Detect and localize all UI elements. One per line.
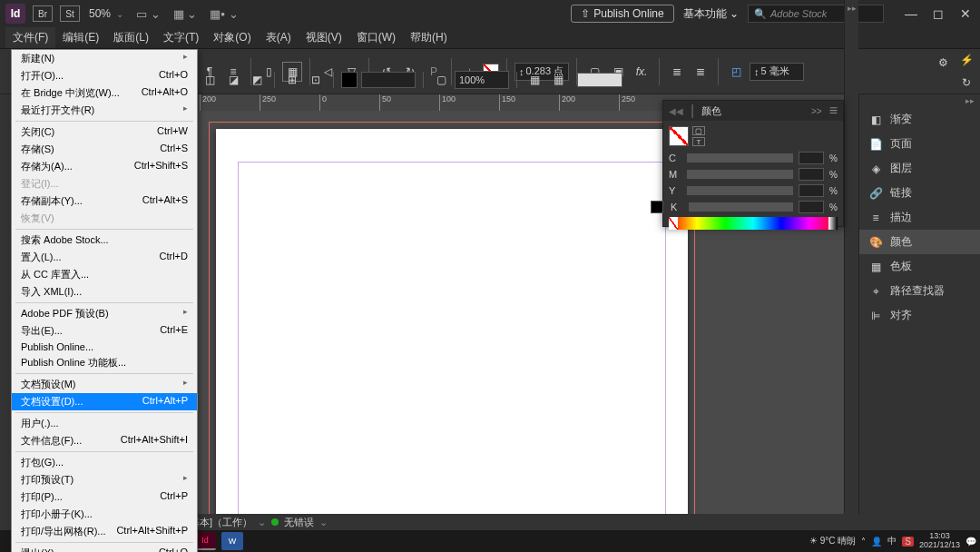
- output-swatch[interactable]: [577, 73, 622, 87]
- tray-app-icon[interactable]: S: [902, 537, 914, 547]
- menu-5[interactable]: 表(A): [259, 27, 299, 48]
- color-channel-m[interactable]: M%: [669, 168, 838, 181]
- panel-collapse-icon[interactable]: ◀◀: [669, 106, 683, 116]
- maximize-button[interactable]: ◻: [929, 5, 947, 23]
- panel-渐变[interactable]: ◧渐变: [859, 107, 980, 132]
- color-panel[interactable]: ◀◀ | 颜色 >> ≡ ▢ T C%M%Y%K%: [662, 100, 844, 227]
- file-menu-item[interactable]: Publish Online...: [12, 340, 197, 354]
- close-button[interactable]: ✕: [956, 5, 975, 23]
- file-menu-item[interactable]: Adobe PDF 预设(B)▸: [12, 305, 197, 322]
- menu-1[interactable]: 编辑(E): [55, 27, 106, 48]
- file-menu-item[interactable]: 新建(N)▸: [12, 50, 197, 67]
- panel-链接[interactable]: 🔗链接: [859, 181, 980, 205]
- view-icon[interactable]: ▭ ⌄: [136, 7, 161, 21]
- file-menu-item[interactable]: 打印小册子(K)...: [12, 506, 197, 523]
- page[interactable]: [216, 129, 688, 516]
- panel-对齐[interactable]: ⊫对齐: [859, 303, 980, 328]
- file-menu-item[interactable]: 打印预设(T)▸: [12, 471, 197, 488]
- tray-ime-icon[interactable]: 中: [887, 535, 897, 547]
- panel-描边[interactable]: ≡描边: [859, 205, 980, 230]
- file-menu-item[interactable]: 打开(O)...Ctrl+O: [12, 67, 197, 84]
- panel-路径查找器[interactable]: ⌖路径查找器: [859, 279, 980, 303]
- file-menu-item[interactable]: 打印(P)...Ctrl+P: [12, 488, 197, 506]
- file-menu-item[interactable]: 导入 XML(I)...: [12, 283, 197, 301]
- panel-图层[interactable]: ◈图层: [859, 156, 980, 181]
- text-icon[interactable]: T: [692, 137, 705, 146]
- stock-icon[interactable]: St: [60, 5, 80, 22]
- preflight-status-icon[interactable]: [271, 518, 279, 526]
- gradient-swatch[interactable]: [361, 72, 416, 88]
- grid1-icon[interactable]: ▦: [524, 70, 544, 90]
- adobe-stock-search[interactable]: 🔍Adobe Stock: [748, 5, 884, 23]
- color-spectrum[interactable]: [669, 217, 838, 230]
- color-swatch-black[interactable]: [341, 72, 358, 88]
- sync-icon[interactable]: ↻: [956, 73, 976, 93]
- corner-radius-field[interactable]: ↕5 毫米: [750, 63, 804, 81]
- system-clock[interactable]: 13:032021/12/13: [919, 532, 960, 550]
- color-channel-k[interactable]: K%: [669, 201, 838, 213]
- panel-collapse-strip[interactable]: ▸▸: [844, 0, 858, 516]
- grid2-icon[interactable]: ▦: [548, 70, 568, 90]
- text-align2-icon[interactable]: ≣: [691, 62, 710, 82]
- panel-色板[interactable]: ▦色板: [859, 254, 980, 279]
- file-menu-item[interactable]: 存储为(A)...Ctrl+Shift+S: [12, 158, 197, 175]
- screen-icon[interactable]: ▦▪ ⌄: [210, 7, 238, 21]
- panel-menu-icon[interactable]: ≡: [829, 103, 838, 119]
- container-icon[interactable]: ▢: [692, 126, 705, 135]
- menu-6[interactable]: 视图(V): [299, 27, 349, 48]
- pathop3-icon[interactable]: ◩: [247, 70, 267, 90]
- file-menu-item[interactable]: 最近打开文件(R)▸: [12, 102, 197, 119]
- zoom-level[interactable]: 50%: [89, 7, 111, 20]
- menu-4[interactable]: 对象(O): [206, 27, 258, 48]
- weather-widget[interactable]: ☀ 9°C 晴朗: [809, 535, 856, 547]
- color-tab[interactable]: 颜色: [701, 104, 721, 118]
- file-menu-item[interactable]: Publish Online 功能板...: [12, 354, 197, 371]
- file-menu-item[interactable]: 文件信息(F)...Ctrl+Alt+Shift+I: [12, 432, 197, 449]
- file-menu-item[interactable]: 打印/导出网格(R)...Ctrl+Alt+Shift+P: [12, 523, 197, 540]
- text-align1-icon[interactable]: ≣: [667, 62, 687, 82]
- workspace-switcher[interactable]: 基本功能 ⌄: [683, 6, 739, 22]
- menu-8[interactable]: 帮助(H): [403, 27, 455, 48]
- corner-icon[interactable]: ◰: [726, 62, 746, 82]
- menu-3[interactable]: 文字(T): [156, 27, 206, 48]
- file-menu-item[interactable]: 搜索 Adobe Stock...: [12, 232, 197, 249]
- pathop2-icon[interactable]: ◪: [223, 70, 243, 90]
- panel-页面[interactable]: 📄页面: [859, 132, 980, 156]
- notifications-icon[interactable]: 💬: [965, 537, 976, 547]
- word-icon[interactable]: W: [221, 532, 243, 550]
- color-channel-c[interactable]: C%: [669, 152, 838, 164]
- minimize-button[interactable]: —: [902, 5, 920, 23]
- file-menu-item[interactable]: 存储(S)Ctrl+S: [12, 141, 197, 158]
- file-menu-item[interactable]: 关闭(C)Ctrl+W: [12, 123, 197, 141]
- fit2-icon[interactable]: ⊡: [306, 70, 326, 90]
- fx-icon[interactable]: fx.: [632, 62, 652, 82]
- bridge-icon[interactable]: Br: [33, 5, 53, 22]
- scale-field[interactable]: 100%: [455, 71, 509, 89]
- tray-chevron-icon[interactable]: ˄: [861, 537, 866, 547]
- collapse-arrow-icon[interactable]: ▸▸: [859, 94, 980, 107]
- fit1-icon[interactable]: ⊞: [282, 70, 302, 90]
- file-menu-item[interactable]: 从 CC 库置入...: [12, 266, 197, 283]
- menu-0[interactable]: 文件(F): [5, 27, 55, 48]
- scale-icon[interactable]: ▢: [431, 70, 451, 90]
- menu-7[interactable]: 窗口(W): [349, 27, 403, 48]
- chevron-down-icon[interactable]: ⌄: [116, 9, 123, 19]
- tray-people-icon[interactable]: 👤: [871, 537, 882, 547]
- pathop1-icon[interactable]: ◫: [200, 70, 220, 90]
- panel-颜色[interactable]: 🎨颜色: [859, 230, 980, 254]
- bolt-icon[interactable]: ⚡: [956, 50, 976, 70]
- file-menu-item[interactable]: 用户(.)...: [12, 415, 197, 432]
- file-menu-item[interactable]: 导出(E)...Ctrl+E: [12, 322, 197, 340]
- file-menu-item[interactable]: 打包(G)...: [12, 454, 197, 471]
- file-menu-item[interactable]: 文档预设(M)▸: [12, 376, 197, 393]
- menu-2[interactable]: 版面(L): [106, 27, 156, 48]
- file-menu-item[interactable]: 退出(X)Ctrl+Q: [12, 545, 197, 552]
- gear-icon[interactable]: ⚙: [933, 53, 953, 73]
- preflight-status[interactable]: 无错误: [284, 516, 314, 529]
- color-channel-y[interactable]: Y%: [669, 184, 838, 197]
- panel-expand-icon[interactable]: >>: [811, 106, 822, 116]
- file-menu-item[interactable]: 存储副本(Y)...Ctrl+Alt+S: [12, 192, 197, 210]
- file-menu-item[interactable]: 置入(L)...Ctrl+D: [12, 249, 197, 266]
- publish-online-button[interactable]: ⇧Publish Online: [571, 5, 673, 23]
- arrange-icon[interactable]: ▦ ⌄: [173, 7, 198, 21]
